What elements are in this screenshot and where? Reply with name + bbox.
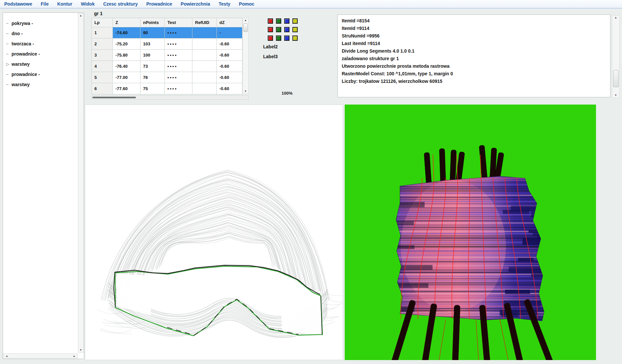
log-line: Utworzono powierzchnie prosta metoda ras… — [342, 62, 606, 70]
menu-item-czesc-struktury[interactable]: Czesc struktury — [99, 1, 142, 7]
expander-triangle-icon[interactable]: ▷ — [6, 62, 12, 66]
render-3d-viewport[interactable] — [345, 105, 596, 360]
color-swatch-yellow[interactable] — [292, 36, 298, 41]
scrollbar-thumb[interactable] — [243, 23, 248, 32]
cell-test[interactable]: •••• — [165, 83, 192, 94]
table-vertical-scrollbar[interactable]: ▲ ▼ — [242, 18, 249, 94]
table-row[interactable]: 4-76.4073••••-0.60 — [92, 61, 242, 72]
color-swatch-blue[interactable] — [284, 27, 289, 32]
column-header-lp[interactable]: Lp — [92, 18, 113, 27]
color-swatch-red[interactable] — [268, 27, 273, 32]
cell-z[interactable]: -74.60 — [113, 27, 140, 38]
cell-npoints[interactable]: 73 — [140, 61, 165, 72]
menu-item-file[interactable]: File — [37, 1, 53, 7]
layers-table[interactable]: LpZnPointsTestRefUIDdZ1-74.6090••••-2-75… — [91, 18, 242, 94]
cell-lp[interactable]: 3 — [92, 50, 113, 61]
table-row[interactable]: 6-77.6075••••-0.60 — [92, 83, 242, 94]
cell-z[interactable]: -77.60 — [113, 83, 140, 94]
color-swatch-blue[interactable] — [284, 36, 289, 41]
cell-refuid[interactable] — [192, 38, 217, 50]
column-header-refuid[interactable]: RefUID — [192, 18, 217, 27]
log-line: Liczby: trojkatow 121126, wierzcholkow 6… — [342, 78, 606, 85]
menu-item-powierzchnia[interactable]: Powierzchnia — [176, 1, 214, 7]
tree-item-prowadnice[interactable]: ‒prowadnice - — [6, 69, 76, 79]
column-header-test[interactable]: Test — [165, 18, 192, 27]
cell-z[interactable]: -75.20 — [113, 38, 140, 50]
cell-test[interactable]: •••• — [165, 72, 192, 83]
menu-item-podstawowe[interactable]: Podstawowe — [0, 1, 37, 7]
scroll-left-icon[interactable]: ◄ — [4, 354, 9, 358]
cell-dz[interactable]: -0.60 — [217, 83, 242, 94]
cell-refuid[interactable] — [192, 50, 217, 61]
table-row[interactable]: 5-77.0076••••-0.60 — [92, 72, 242, 83]
cell-lp[interactable]: 5 — [92, 72, 113, 83]
tree-horizontal-scrollbar[interactable]: ◄ ► — [3, 353, 78, 358]
menu-item-testy[interactable]: Testy — [214, 1, 235, 7]
color-swatch-red[interactable] — [268, 36, 273, 41]
cell-dz[interactable]: -0.60 — [217, 72, 242, 83]
cell-refuid[interactable] — [192, 83, 217, 94]
table-horizontal-scrollbar[interactable] — [91, 95, 249, 100]
cell-refuid[interactable] — [192, 27, 217, 38]
cell-test[interactable]: •••• — [165, 50, 192, 61]
menu-item-prowadnice[interactable]: Prowadnice — [142, 1, 177, 7]
cell-dz[interactable]: - — [217, 27, 242, 38]
table-row[interactable]: 1-74.6090••••- — [92, 27, 242, 38]
scroll-up-icon[interactable]: ▲ — [78, 13, 83, 18]
column-header-npoints[interactable]: nPoints — [140, 18, 165, 27]
cell-refuid[interactable] — [192, 72, 217, 83]
menu-item-kontur[interactable]: Kontur — [53, 1, 77, 7]
cell-refuid[interactable] — [192, 61, 217, 72]
cell-dz[interactable]: -0.60 — [217, 50, 242, 61]
color-swatch-green[interactable] — [276, 27, 281, 32]
cell-z[interactable]: -75.80 — [113, 50, 140, 61]
color-swatch-green[interactable] — [276, 36, 281, 41]
tree-item-warstwy[interactable]: ‒warstwy — [6, 79, 76, 89]
color-swatch-green[interactable] — [276, 18, 281, 24]
scroll-right-icon[interactable]: ► — [72, 354, 77, 358]
cell-z[interactable]: -77.00 — [113, 72, 140, 83]
zoom-level: 100% — [282, 91, 292, 96]
scroll-down-icon[interactable]: ▼ — [612, 93, 619, 98]
cell-npoints[interactable]: 75 — [140, 83, 165, 94]
cell-npoints[interactable]: 103 — [140, 38, 165, 50]
tree-item-pokrywa[interactable]: ‒pokrywa - — [6, 18, 76, 28]
color-swatch-yellow[interactable] — [292, 18, 298, 24]
tree-vertical-scrollbar[interactable]: ▲ ▼ — [78, 13, 84, 353]
tree-item-dno[interactable]: ‒dno - — [6, 28, 76, 38]
color-swatch-red[interactable] — [268, 18, 273, 24]
cell-lp[interactable]: 4 — [92, 61, 113, 72]
table-row[interactable]: 3-75.80100••••-0.60 — [92, 50, 242, 61]
menu-bar: PodstawoweFileKonturWidokCzesc struktury… — [0, 0, 622, 9]
cell-dz[interactable]: -0.60 — [217, 38, 242, 50]
scroll-down-icon[interactable]: ▼ — [78, 348, 83, 352]
cell-dz[interactable]: -0.60 — [217, 61, 242, 72]
tree-item-warstwy[interactable]: ▷warstwy — [6, 59, 76, 69]
cell-test[interactable]: •••• — [165, 61, 192, 72]
cell-lp[interactable]: 1 — [92, 27, 113, 38]
tree-item-tworzaca[interactable]: ‒tworzaca - — [6, 38, 76, 49]
scroll-up-icon[interactable]: ▲ — [243, 18, 248, 23]
log-vertical-scrollbar[interactable]: ▲ ▼ — [612, 15, 620, 98]
scrollbar-thumb[interactable] — [613, 70, 619, 87]
scroll-up-icon[interactable]: ▲ — [612, 15, 619, 20]
column-header-z[interactable]: Z — [113, 18, 140, 27]
wireframe-viewport[interactable] — [85, 105, 343, 360]
cell-npoints[interactable]: 76 — [140, 72, 165, 83]
cell-npoints[interactable]: 90 — [140, 27, 165, 38]
cell-npoints[interactable]: 100 — [140, 50, 165, 61]
cell-lp[interactable]: 2 — [92, 38, 113, 50]
menu-item-widok[interactable]: Widok — [77, 1, 99, 7]
tree-item-prowadnice[interactable]: ‒prowadnice - — [6, 49, 76, 59]
scrollbar-thumb[interactable] — [92, 97, 136, 98]
cell-lp[interactable]: 6 — [92, 83, 113, 94]
color-swatch-blue[interactable] — [284, 18, 289, 24]
column-header-dz[interactable]: dZ — [217, 18, 242, 27]
cell-test[interactable]: •••• — [165, 38, 192, 50]
table-row[interactable]: 2-75.20103••••-0.60 — [92, 38, 242, 50]
menu-item-pomoc[interactable]: Pomoc — [235, 1, 259, 7]
cell-z[interactable]: -76.40 — [113, 61, 140, 72]
color-swatch-yellow[interactable] — [292, 27, 298, 32]
cell-test[interactable]: •••• — [165, 27, 192, 38]
scroll-down-icon[interactable]: ▼ — [243, 89, 248, 94]
